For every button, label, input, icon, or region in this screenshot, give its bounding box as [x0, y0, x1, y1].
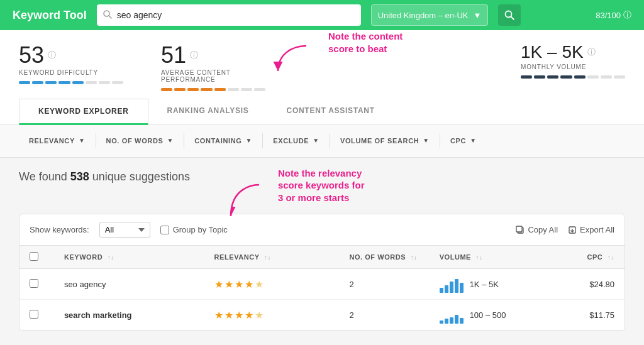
- svg-line-1: [109, 16, 111, 18]
- th-volume[interactable]: VOLUME ↑↓: [430, 246, 550, 269]
- keyword-difficulty-value: 53: [19, 43, 44, 68]
- row-cpc: $24.80: [550, 269, 625, 300]
- chevron-down-icon: ▼: [313, 137, 319, 144]
- export-all-label: Export All: [580, 225, 614, 234]
- th-keyword[interactable]: KEYWORD ↑↓: [54, 246, 204, 269]
- search-bar: [97, 4, 361, 26]
- export-icon: [568, 226, 577, 234]
- found-count: 538: [70, 170, 89, 183]
- tab-content-assistant[interactable]: Content Assistant: [268, 99, 394, 125]
- info-icon: ⓘ: [623, 9, 631, 21]
- th-relevancy[interactable]: RELEVANCY ↑↓: [204, 246, 340, 269]
- row-no-of-words: 2: [339, 300, 429, 331]
- metric-monthly-volume: 1K – 5K ⓘ MONTHLY VOLUME: [521, 43, 625, 79]
- row-checkbox[interactable]: [30, 279, 38, 288]
- row-checkbox-cell: [19, 300, 54, 331]
- show-keywords-select[interactable]: All Top 100 Top 500: [99, 222, 150, 238]
- volume-text: 1K – 5K: [470, 280, 499, 289]
- difficulty-bar: [19, 81, 123, 84]
- table-row: search marketing★★★★★2100 – 500$11.75: [19, 300, 625, 331]
- row-relevancy: ★★★★★: [204, 269, 340, 300]
- found-text: We found 538 unique suggestions: [19, 170, 190, 183]
- avg-content-value: 51: [161, 43, 186, 68]
- table-body: seo agency★★★★★21K – 5K$24.80search mark…: [19, 269, 625, 331]
- volume-mini-bar: [440, 275, 465, 293]
- chevron-down-icon: ▼: [470, 137, 477, 144]
- avg-content-label: AVERAGE CONTENT PERFORMANCE: [161, 69, 265, 83]
- sort-icon: ↑↓: [476, 254, 483, 261]
- svg-line-3: [511, 17, 514, 20]
- filter-exclude[interactable]: EXCLUDE ▼: [263, 133, 330, 148]
- keywords-table-container: Show keywords: All Top 100 Top 500 Group…: [19, 214, 625, 331]
- keyword-difficulty-label: KEYWORD DIFFICULTY: [19, 69, 123, 76]
- filter-no-of-words-label: NO. OF WORDS: [106, 137, 164, 145]
- row-checkbox[interactable]: [30, 310, 38, 319]
- filters-bar: RELEVANCY ▼ NO. OF WORDS ▼ CONTAINING ▼ …: [0, 124, 644, 158]
- th-cpc[interactable]: CPC ↑↓: [550, 246, 625, 269]
- filter-relevancy-label: RELEVANCY: [29, 137, 75, 145]
- sort-icon: ↑↓: [108, 254, 114, 261]
- arrow2-icon: [228, 182, 272, 226]
- filter-containing[interactable]: CONTAINING ▼: [184, 133, 263, 148]
- sort-icon: ↑↓: [608, 254, 614, 261]
- sort-icon: ↑↓: [411, 254, 418, 261]
- select-all-checkbox[interactable]: [30, 252, 38, 261]
- info-icon: ⓘ: [48, 51, 56, 60]
- th-checkbox: [19, 246, 54, 269]
- group-by-topic-checkbox[interactable]: [160, 226, 169, 234]
- toolbar-right: Copy All Export All: [516, 225, 614, 234]
- row-keyword: search marketing: [54, 300, 204, 331]
- filter-volume-of-search[interactable]: VOLUME OF SEARCH ▼: [330, 133, 440, 148]
- annotation-relevancy-text: Note the relevancy score keywords for 3 …: [278, 167, 365, 204]
- volume-mini-bar: [440, 306, 465, 324]
- filter-volume-label: VOLUME OF SEARCH: [340, 137, 419, 145]
- row-volume: 100 – 500: [430, 300, 550, 331]
- content-bar: [161, 88, 265, 91]
- filter-no-of-words[interactable]: NO. OF WORDS ▼: [96, 133, 185, 148]
- info-icon: ⓘ: [587, 48, 596, 57]
- tab-keyword-explorer[interactable]: KEYWORD EXPLORER: [19, 99, 148, 125]
- metrics-area: 53 ⓘ KEYWORD DIFFICULTY 51 ⓘ AVERAGE CON…: [0, 30, 644, 124]
- group-by-topic-label[interactable]: Group by Topic: [160, 225, 228, 234]
- export-all-button[interactable]: Export All: [568, 225, 614, 234]
- monthly-volume-value: 1K – 5K: [521, 43, 584, 62]
- found-row: We found 538 unique suggestions Note the…: [19, 170, 625, 204]
- search-input[interactable]: [117, 10, 355, 20]
- filter-exclude-label: EXCLUDE: [273, 137, 309, 145]
- location-label: United Kingdom – en-UK: [378, 11, 469, 20]
- info-icon: ⓘ: [190, 51, 198, 60]
- star-rating: ★★★★★: [214, 279, 265, 290]
- annotation-content-score-text: Note the content score to beat: [328, 30, 408, 55]
- copy-icon: [516, 226, 525, 234]
- search-icon: [103, 10, 112, 21]
- metrics-row: 53 ⓘ KEYWORD DIFFICULTY 51 ⓘ AVERAGE CON…: [19, 43, 625, 91]
- copy-all-button[interactable]: Copy All: [516, 225, 558, 234]
- table-header-row: KEYWORD ↑↓ RELEVANCY ↑↓ NO. OF WORDS ↑↓ …: [19, 246, 625, 269]
- filter-relevancy[interactable]: RELEVANCY ▼: [19, 133, 96, 148]
- group-by-topic-text: Group by Topic: [173, 225, 228, 234]
- app-header: Keyword Tool United Kingdom – en-UK ▼ 83…: [0, 0, 644, 30]
- main-content: We found 538 unique suggestions Note the…: [0, 158, 644, 344]
- row-cpc: $11.75: [550, 300, 625, 331]
- location-select-icon: ▼: [473, 11, 481, 20]
- chevron-down-icon: ▼: [79, 137, 86, 144]
- volume-text: 100 – 500: [470, 310, 506, 320]
- chevron-down-icon: ▼: [167, 137, 174, 144]
- sort-icon: ↑↓: [264, 254, 271, 261]
- volume-bar: [521, 75, 625, 79]
- row-no-of-words: 2: [339, 269, 429, 300]
- filter-cpc[interactable]: CPC ▼: [440, 133, 487, 148]
- star-rating: ★★★★★: [214, 310, 265, 320]
- th-no-of-words[interactable]: NO. OF WORDS ↑↓: [339, 246, 429, 269]
- monthly-volume-label: MONTHLY VOLUME: [521, 63, 625, 70]
- search-button[interactable]: [498, 4, 521, 26]
- chevron-down-icon: ▼: [246, 137, 253, 144]
- keywords-table: KEYWORD ↑↓ RELEVANCY ↑↓ NO. OF WORDS ↑↓ …: [19, 246, 625, 331]
- svg-rect-5: [516, 226, 522, 232]
- tab-ranking-analysis[interactable]: Ranking Analysis: [148, 99, 268, 125]
- found-suffix: unique suggestions: [89, 170, 190, 183]
- copy-all-label: Copy All: [528, 225, 558, 234]
- arrow-icon: [272, 43, 309, 80]
- location-select[interactable]: United Kingdom – en-UK ▼: [371, 4, 489, 26]
- found-prefix: We found: [19, 170, 70, 183]
